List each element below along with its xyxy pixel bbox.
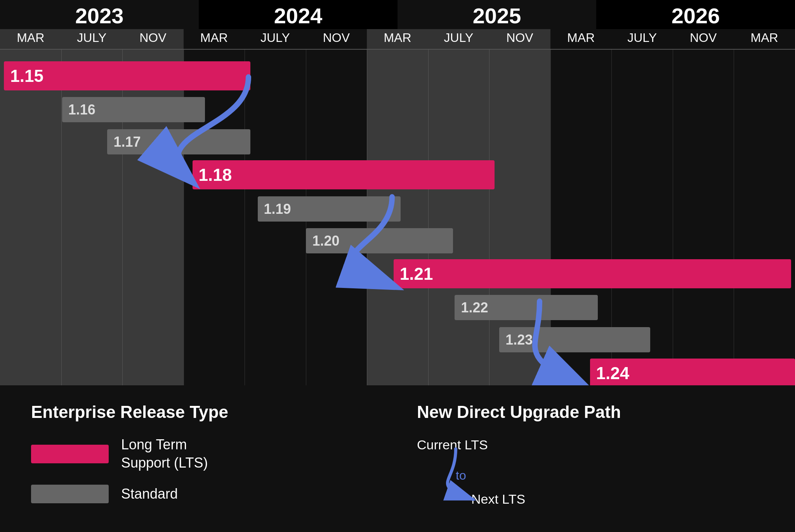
legend: Enterprise Release Type Long TermSupport… [0, 385, 795, 532]
upgrade-arrow-svg [417, 437, 572, 515]
bar-label-v120: 1.20 [306, 233, 339, 249]
header: 2023 2024 2025 2026 MAR JULY NOV MAR JUL… [0, 0, 795, 50]
bar-label-v121: 1.21 [394, 264, 433, 284]
year-2023: 2023 [0, 0, 199, 29]
bar-label-v119: 1.19 [258, 201, 291, 217]
bar-label-v124: 1.24 [590, 364, 630, 383]
bar-v118: 1.18 [193, 160, 495, 189]
year-label-2025: 2025 [473, 0, 521, 29]
year-2025: 2025 [398, 0, 596, 29]
bar-label-v123: 1.23 [499, 332, 533, 348]
chart-area: 1.15 1.16 1.17 1.18 1.19 1.20 1.21 1.22 [0, 50, 795, 385]
bar-v115: 1.15 [4, 61, 250, 90]
bar-label-v116: 1.16 [62, 102, 95, 118]
bar-v124: 1.24 [590, 359, 795, 385]
legend-label-lts: Long TermSupport (LTS) [121, 436, 208, 472]
legend-item-lts: Long TermSupport (LTS) [31, 436, 378, 472]
bar-label-v117: 1.17 [107, 134, 141, 150]
month-2023-nov: NOV [122, 29, 184, 49]
year-label-2023: 2023 [75, 0, 124, 29]
legend-item-standard: Standard [31, 485, 378, 503]
legend-left: Enterprise Release Type Long TermSupport… [31, 402, 378, 515]
month-2027-mar: MAR [734, 29, 795, 49]
legend-swatch-standard [31, 485, 109, 503]
bar-label-v118: 1.18 [193, 165, 232, 185]
upgrade-title: New Direct Upgrade Path [417, 402, 621, 422]
year-2024: 2024 [199, 0, 398, 29]
month-2024-nov: NOV [306, 29, 367, 49]
bar-v119: 1.19 [258, 196, 401, 222]
month-2023-mar: MAR [0, 29, 61, 49]
main-container: 2023 2024 2025 2026 MAR JULY NOV MAR JUL… [0, 0, 795, 532]
bar-v120: 1.20 [306, 228, 453, 253]
month-2024-mar: MAR [184, 29, 245, 49]
bar-v116: 1.16 [62, 97, 205, 122]
legend-label-standard: Standard [121, 486, 178, 502]
month-2026-mar: MAR [550, 29, 612, 49]
month-2025-july: JULY [428, 29, 489, 49]
bar-v117: 1.17 [107, 129, 250, 154]
bar-label-v122: 1.22 [455, 300, 488, 316]
month-2024-july: JULY [245, 29, 306, 49]
bar-v122: 1.22 [455, 295, 598, 320]
bar-v121: 1.21 [394, 259, 791, 288]
legend-swatch-lts [31, 445, 109, 463]
month-2026-nov: NOV [673, 29, 734, 49]
legend-title: Enterprise Release Type [31, 402, 378, 422]
month-2023-july: JULY [61, 29, 123, 49]
month-2025-nov: NOV [489, 29, 550, 49]
month-2025-mar: MAR [367, 29, 428, 49]
year-label-2024: 2024 [274, 0, 323, 29]
year-2026: 2026 [596, 0, 795, 29]
bar-v123: 1.23 [499, 327, 650, 352]
year-label-2026: 2026 [672, 0, 720, 29]
bar-label-v115: 1.15 [4, 66, 43, 86]
legend-right: New Direct Upgrade Path Current LTS to N… [378, 402, 764, 515]
month-2026-july: JULY [611, 29, 673, 49]
